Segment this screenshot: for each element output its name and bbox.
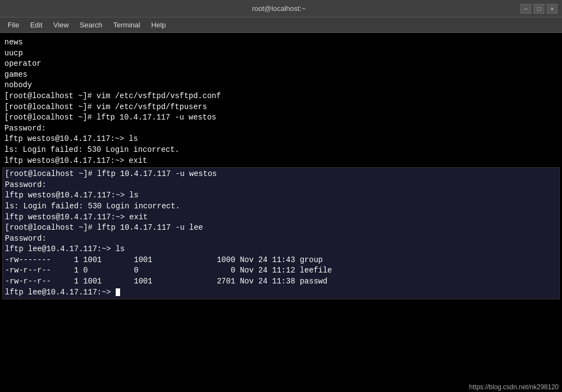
terminal-line: [root@localhost ~]# vim /etc/vsftpd/ftpu… — [4, 102, 558, 113]
cursor — [116, 288, 120, 296]
terminal-line: Password: — [5, 234, 557, 245]
terminal-line: news — [4, 37, 558, 48]
menu-view[interactable]: View — [48, 19, 74, 31]
terminal-line: lftp westos@10.4.17.117:~> ls — [4, 134, 558, 145]
menu-terminal[interactable]: Terminal — [108, 19, 146, 31]
terminal-line: [root@localhost ~]# lftp 10.4.17.117 -u … — [4, 112, 558, 123]
terminal-line: -rw-r--r-- 1 1001 1001 2701 Nov 24 11:38… — [5, 276, 557, 287]
status-url: https://blog.csdn.net/nk298120 — [466, 382, 562, 392]
window-title: root@localhost:~ — [37, 4, 520, 13]
menu-bar: File Edit View Search Terminal Help — [0, 18, 562, 33]
terminal-line: lftp westos@10.4.17.117:~> exit — [4, 156, 558, 167]
terminal-line: Password: — [4, 123, 558, 134]
terminal-line: ls: Login failed: 530 Login incorrect. — [5, 201, 557, 212]
terminal-content[interactable]: news uucp operator games nobody [root@lo… — [0, 33, 562, 392]
window-controls: − □ × — [520, 4, 558, 14]
minimize-button[interactable]: − — [520, 4, 531, 14]
terminal-line: lftp westos@10.4.17.117:~> exit — [5, 212, 557, 223]
terminal-line: [root@localhost ~]# vim /etc/vsftpd/vsft… — [4, 91, 558, 102]
menu-search[interactable]: Search — [74, 19, 107, 31]
terminal-line: lftp lee@10.4.17.117:~> ls — [5, 244, 557, 255]
menu-edit[interactable]: Edit — [25, 19, 48, 31]
terminal-line: lftp westos@10.4.17.117:~> ls — [5, 190, 557, 201]
current-prompt-line: lftp lee@10.4.17.117:~> — [5, 287, 557, 298]
menu-help[interactable]: Help — [146, 19, 172, 31]
terminal-line: operator — [4, 59, 558, 70]
terminal-line: [root@localhost ~]# lftp 10.4.17.117 -u … — [5, 223, 557, 234]
close-button[interactable]: × — [547, 4, 558, 14]
terminal-line: Password: — [5, 180, 557, 191]
highlighted-section: [root@localhost ~]# lftp 10.4.17.117 -u … — [2, 167, 560, 299]
upper-section: news uucp operator games nobody [root@lo… — [2, 36, 560, 167]
title-bar: root@localhost:~ − □ × — [0, 0, 562, 18]
terminal-line: -rw-r--r-- 1 0 0 0 Nov 24 11:12 leefile — [5, 265, 557, 276]
menu-file[interactable]: File — [2, 19, 25, 31]
terminal-line: uucp — [4, 48, 558, 59]
terminal-line: -rw------- 1 1001 1001 1000 Nov 24 11:43… — [5, 255, 557, 266]
terminal-line: games — [4, 70, 558, 81]
terminal-line: nobody — [4, 80, 558, 91]
terminal-line: [root@localhost ~]# lftp 10.4.17.117 -u … — [5, 169, 557, 180]
terminal-line: ls: Login failed: 530 Login incorrect. — [4, 145, 558, 156]
maximize-button[interactable]: □ — [533, 4, 544, 14]
